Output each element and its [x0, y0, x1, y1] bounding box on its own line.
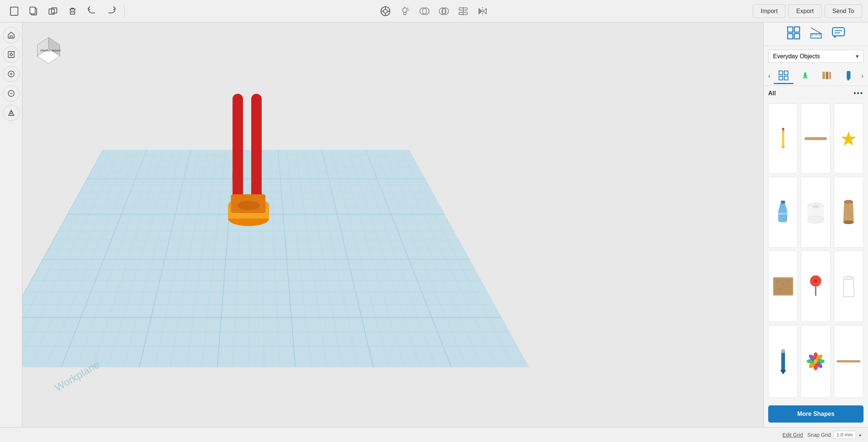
align-button[interactable] [455, 3, 471, 19]
section-label: All [768, 90, 776, 97]
left-panel [0, 22, 22, 427]
shape-item-toilet-paper[interactable] [801, 177, 831, 248]
shape-item-pushpin[interactable] [801, 251, 831, 322]
copy-button[interactable] [25, 3, 42, 19]
send-to-button[interactable]: Send To [825, 4, 862, 18]
svg-marker-28 [479, 9, 482, 14]
svg-rect-83 [804, 137, 827, 140]
svg-marker-84 [841, 131, 856, 146]
tab-next-button[interactable]: › [860, 71, 865, 81]
new-button[interactable] [6, 3, 22, 19]
svg-rect-70 [784, 71, 788, 75]
svg-rect-58 [788, 34, 793, 39]
right-panel-icons [764, 22, 868, 46]
svg-rect-51 [251, 97, 262, 211]
svg-point-52 [233, 94, 243, 104]
svg-text:RIGHT: RIGHT [52, 49, 61, 52]
workplane-watermark: Workplane [53, 359, 102, 394]
svg-point-98 [779, 288, 780, 290]
svg-point-97 [788, 280, 789, 281]
zoom-out-button[interactable] [3, 85, 19, 102]
svg-rect-85 [781, 201, 785, 204]
snap-grid-control: Snap Grid 1.0 mm ▲ [807, 431, 862, 439]
snap-grid-label: Snap Grid [807, 432, 831, 438]
right-panel: Basic Shapes Everyday Objects Text Featu… [763, 22, 868, 427]
svg-rect-59 [794, 34, 800, 39]
redo-button[interactable] [103, 3, 120, 19]
category-dropdown[interactable]: Basic Shapes Everyday Objects Text Featu… [768, 50, 864, 63]
svg-rect-76 [829, 72, 831, 79]
svg-rect-118 [837, 360, 861, 362]
toolbar-divider [124, 4, 124, 18]
section-more-button[interactable]: ••• [853, 89, 864, 98]
shape-item-bottle[interactable] [768, 177, 798, 248]
shape-item-stick[interactable] [801, 103, 831, 174]
mirror-button[interactable] [474, 3, 491, 19]
shape-union-button[interactable] [435, 3, 452, 19]
snap-value-display[interactable]: 1.0 mm [833, 431, 856, 439]
svg-rect-77 [847, 71, 850, 79]
shape-item-chopstick[interactable] [834, 325, 864, 398]
svg-marker-29 [483, 9, 486, 14]
main-area: FRONT RIGHT Workplane [0, 22, 868, 427]
svg-point-82 [782, 128, 784, 130]
tab-columns[interactable] [817, 68, 837, 84]
toolbar-right: Import Export Send To [753, 4, 862, 18]
more-shapes-button[interactable]: More Shapes [768, 405, 864, 423]
svg-point-91 [844, 200, 853, 204]
shape-item-pencil[interactable] [768, 103, 798, 174]
ruler-button[interactable] [809, 26, 823, 42]
svg-point-53 [251, 94, 262, 104]
svg-rect-57 [794, 27, 800, 32]
category-dropdown-wrapper[interactable]: Basic Shapes Everyday Objects Text Featu… [768, 50, 864, 63]
edit-grid-button[interactable]: Edit Grid [782, 432, 803, 438]
shape-item-cup[interactable] [834, 177, 864, 248]
svg-rect-6 [70, 9, 75, 14]
shape-item-trash[interactable] [834, 251, 864, 322]
orientation-cube: FRONT RIGHT [30, 30, 67, 67]
svg-point-96 [782, 283, 784, 284]
svg-rect-79 [782, 129, 784, 146]
svg-marker-106 [780, 370, 786, 374]
svg-rect-0 [10, 7, 18, 15]
svg-rect-86 [778, 213, 787, 214]
svg-point-99 [786, 290, 788, 291]
duplicate-button[interactable] [45, 3, 61, 19]
viewport[interactable]: FRONT RIGHT Workplane [22, 22, 763, 427]
import-button[interactable]: Import [753, 4, 785, 18]
svg-point-95 [777, 281, 778, 282]
shape-item-pinwheel[interactable] [801, 325, 831, 398]
tab-prev-button[interactable]: ‹ [767, 71, 772, 81]
camera-view-button[interactable] [377, 3, 394, 19]
svg-rect-56 [788, 27, 793, 32]
shape-item-crayon[interactable] [768, 325, 798, 398]
svg-rect-71 [779, 76, 783, 80]
home-button[interactable] [3, 27, 19, 43]
fit-screen-button[interactable] [3, 46, 19, 63]
zoom-in-button[interactable] [3, 66, 19, 82]
export-button[interactable]: Export [788, 4, 821, 18]
svg-marker-78 [847, 79, 850, 81]
tab-recycle[interactable] [795, 68, 815, 84]
shape-item-corkboard[interactable] [768, 251, 798, 322]
undo-button[interactable] [84, 3, 100, 19]
shape-item-star[interactable] [834, 103, 864, 174]
svg-point-15 [403, 8, 407, 12]
chat-button[interactable] [832, 26, 845, 42]
grid-view-button[interactable] [787, 26, 800, 42]
svg-rect-105 [781, 351, 785, 370]
tab-featured[interactable] [773, 68, 794, 84]
shape-subtract-button[interactable] [416, 3, 433, 19]
svg-rect-103 [815, 287, 816, 296]
tab-marker[interactable] [838, 68, 858, 84]
3d-object [206, 78, 292, 239]
delete-button[interactable] [64, 3, 81, 19]
top-toolbar: Import Export Send To [0, 0, 868, 22]
shape-tabs: ‹ [764, 67, 868, 86]
snap-arrow-icon: ▲ [858, 433, 862, 437]
bottom-bar: Edit Grid Snap Grid 1.0 mm ▲ [0, 427, 868, 442]
perspective-button[interactable] [3, 105, 19, 121]
light-button[interactable] [397, 3, 413, 19]
svg-rect-23 [443, 9, 445, 14]
svg-point-90 [812, 205, 819, 208]
